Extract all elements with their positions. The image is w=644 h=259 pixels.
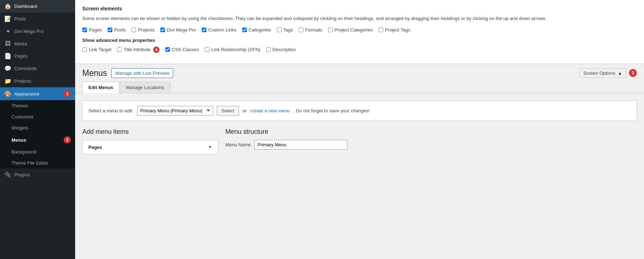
advanced-badge-adv-title-attrib: 4 — [153, 47, 160, 53]
appearance-icon: 🎨 — [4, 91, 11, 97]
screen-options-panel: Screen elements Some screen elements can… — [75, 0, 644, 64]
checkbox-cb-projects[interactable]: Projects — [131, 27, 155, 33]
comments-icon: 💬 — [4, 65, 11, 72]
checkbox-cb-divi-mega-pro[interactable]: Divi Mega Pro — [160, 27, 196, 33]
sidebar-item-plugins[interactable]: 🔌 Plugins — [0, 168, 75, 181]
sidebar-item-comments[interactable]: 💬 Comments — [0, 62, 75, 75]
checkbox-adv-link-target[interactable]: Link Target — [82, 47, 111, 52]
sidebar-item-posts[interactable]: 📝 Posts — [0, 13, 75, 25]
checkbox-cb-categories[interactable]: Categories — [242, 27, 271, 33]
sidebar-item-media[interactable]: 🖼 Media — [0, 38, 75, 50]
checkbox-adv-css-classes[interactable]: CSS Classes — [165, 47, 199, 52]
posts-icon: 📝 — [4, 15, 11, 22]
manage-live-preview-button[interactable]: Manage with Live Preview — [111, 68, 173, 78]
sidebar-item-projects[interactable]: 📁 Projects — [0, 75, 75, 87]
page-header: Menus Manage with Live Preview Screen Op… — [75, 64, 644, 78]
checkbox-cb-project-categories[interactable]: Project Categories — [328, 27, 373, 33]
tab-edit-menus[interactable]: Edit Menus — [82, 82, 119, 93]
plugins-icon: 🔌 — [4, 171, 11, 178]
screen-options-label: Screen Options — [584, 70, 616, 76]
advanced-title: Show advanced menu properties — [82, 38, 637, 43]
checkbox-input-cb-project-tags[interactable] — [379, 28, 383, 32]
media-icon: 🖼 — [4, 40, 11, 47]
checkbox-cb-tags[interactable]: Tags — [277, 27, 293, 33]
page-title: Menus — [82, 68, 107, 78]
bottom-columns: Add menu items Pages ▼ Menu structure Me… — [82, 128, 637, 155]
checkbox-input-cb-project-categories[interactable] — [328, 28, 333, 32]
sidebar-item-dashboard[interactable]: 🏠 Dashboard — [0, 0, 75, 13]
pages-icon: 📄 — [4, 53, 11, 59]
checkbox-input-cb-posts[interactable] — [108, 28, 112, 32]
sidebar-label-pages: Pages — [14, 53, 71, 59]
select-button[interactable]: Select — [217, 106, 239, 116]
sidebar-item-themes[interactable]: Themes — [0, 100, 75, 111]
save-reminder: . Do not forget to save your changes! — [293, 108, 370, 113]
sidebar-label-background: Background — [11, 149, 71, 155]
checkbox-cb-custom-links[interactable]: Custom Links — [202, 27, 236, 33]
menu-structure-section: Menu structure Menu Name — [225, 128, 637, 155]
add-menu-items-section: Add menu items Pages ▼ — [82, 128, 218, 155]
sidebar-item-menus[interactable]: Menus 2 — [0, 133, 75, 146]
accordion-label: Pages — [88, 145, 102, 150]
projects-icon: 📁 — [4, 78, 11, 84]
checkbox-input-adv-title-attrib[interactable] — [117, 47, 122, 52]
checkbox-cb-project-tags[interactable]: Project Tags — [379, 27, 410, 33]
menu-name-label: Menu Name — [225, 142, 251, 147]
sidebar-item-customize[interactable]: Customize — [0, 111, 75, 122]
menu-name-row: Menu Name — [225, 140, 637, 150]
sidebar-item-widgets[interactable]: Widgets — [0, 122, 75, 133]
sidebar-item-background[interactable]: Background — [0, 146, 75, 157]
badge-menus: 2 — [64, 136, 71, 143]
accordion-header[interactable]: Pages ▼ — [83, 140, 218, 154]
sidebar-label-media: Media — [14, 41, 71, 47]
sidebar-item-appearance[interactable]: 🎨 Appearance 1 — [0, 87, 75, 100]
menu-name-input[interactable] — [254, 140, 347, 150]
sidebar-label-theme-file-editor: Theme File Editor — [11, 160, 71, 166]
checkbox-input-cb-divi-mega-pro[interactable] — [160, 28, 165, 32]
sidebar-item-divi-mega-pro[interactable]: ✦ Divi Mega Pro — [0, 25, 75, 38]
create-new-menu-link[interactable]: create a new menu — [250, 108, 290, 113]
checkbox-input-cb-formats[interactable] — [299, 28, 303, 32]
select-menu-label: Select a menu to edit: — [88, 108, 133, 113]
checkbox-input-adv-description[interactable] — [266, 47, 271, 52]
checkbox-adv-link-relationship[interactable]: Link Relationship (XFN) — [205, 47, 260, 52]
menu-select-dropdown[interactable]: Primary Menu (Primary Menu) — [137, 106, 213, 116]
checkbox-input-adv-css-classes[interactable] — [165, 47, 170, 52]
dashboard-icon: 🏠 — [4, 3, 11, 10]
checkbox-cb-formats[interactable]: Formats — [299, 27, 322, 33]
tab-manage-locations[interactable]: Manage Locations — [120, 82, 170, 93]
menu-structure-title: Menu structure — [225, 128, 637, 136]
checkbox-input-cb-pages[interactable] — [82, 28, 87, 32]
sidebar-label-divi-mega-pro: Divi Mega Pro — [14, 29, 71, 34]
sidebar-label-plugins: Plugins — [14, 172, 71, 177]
checkbox-cb-posts[interactable]: Posts — [108, 27, 126, 33]
advanced-row: Link Target Title Attribute4 CSS Classes… — [82, 47, 637, 53]
checkbox-cb-pages[interactable]: Pages — [82, 27, 102, 33]
select-menu-row: Select a menu to edit: Primary Menu (Pri… — [82, 101, 637, 121]
checkbox-input-cb-tags[interactable] — [277, 28, 282, 32]
sidebar-item-pages[interactable]: 📄 Pages — [0, 50, 75, 62]
add-menu-items-title: Add menu items — [82, 128, 218, 136]
content-area: Select a menu to edit: Primary Menu (Pri… — [75, 93, 644, 259]
sidebar-label-appearance: Appearance — [14, 91, 61, 97]
checkbox-adv-description[interactable]: Description — [266, 47, 296, 52]
sidebar-label-menus: Menus — [11, 137, 61, 143]
screen-options-badge: 3 — [629, 69, 637, 77]
sidebar-label-projects: Projects — [14, 78, 71, 84]
or-text: or — [243, 108, 247, 113]
screen-options-button[interactable]: Screen Options ▲ — [580, 68, 626, 78]
checkbox-input-adv-link-relationship[interactable] — [205, 47, 209, 52]
sidebar-item-theme-file-editor[interactable]: Theme File Editor — [0, 157, 75, 168]
checkbox-adv-title-attrib[interactable]: Title Attribute4 — [117, 47, 159, 53]
badge-appearance: 1 — [64, 90, 71, 97]
checkbox-input-cb-projects[interactable] — [131, 28, 136, 32]
checkbox-input-adv-link-target[interactable] — [82, 47, 87, 52]
divi-mega-pro-icon: ✦ — [4, 28, 11, 35]
screen-options-description: Some screen elements can be shown or hid… — [82, 15, 637, 22]
checkbox-input-cb-custom-links[interactable] — [202, 28, 206, 32]
sidebar-label-customize: Customize — [11, 114, 71, 119]
tabs-row: Edit MenusManage Locations — [75, 78, 644, 93]
checkbox-input-cb-categories[interactable] — [242, 28, 247, 32]
screen-options-panel-title: Screen elements — [82, 6, 637, 11]
main-content: Screen elements Some screen elements can… — [75, 0, 644, 259]
